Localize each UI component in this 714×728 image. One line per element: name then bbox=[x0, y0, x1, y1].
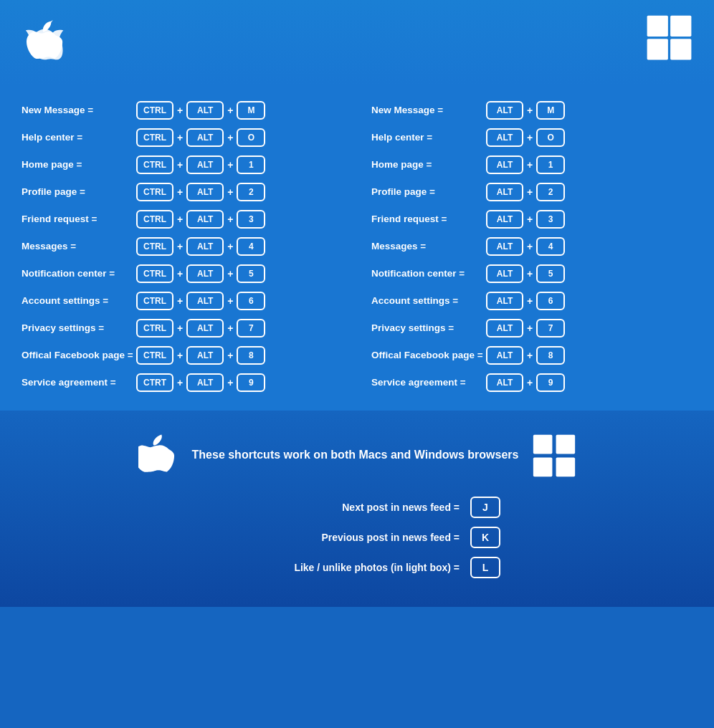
plus-sign: + bbox=[527, 159, 533, 171]
win-shortcut-row: Account settings =ALT+6 bbox=[371, 287, 692, 315]
header-right bbox=[635, 14, 692, 64]
win-shortcut-row: Service agreement =ALT+9 bbox=[371, 369, 692, 396]
shortcut-keys: CTRL+ALT+7 bbox=[136, 319, 265, 337]
plus-sign: + bbox=[177, 159, 183, 171]
plus-sign: + bbox=[527, 295, 533, 307]
plus-sign: + bbox=[527, 186, 533, 198]
key-9: 9 bbox=[237, 373, 265, 392]
plus-sign: + bbox=[527, 132, 533, 143]
shortcut-label: Privacy settings = bbox=[22, 322, 136, 335]
key-5: 5 bbox=[536, 264, 565, 283]
shortcuts-grid: New Message =CTRL+ALT+MHelp center =CTRL… bbox=[22, 97, 692, 396]
bottom-shortcut-label: Previous post in news feed = bbox=[214, 532, 460, 543]
key-ctrl: CTRL bbox=[136, 155, 173, 174]
shortcut-label: Help center = bbox=[22, 131, 136, 144]
plus-sign: + bbox=[527, 268, 533, 279]
plus-sign: + bbox=[227, 295, 233, 307]
mac-shortcut-row: Notification center =CTRL+ALT+5 bbox=[22, 260, 343, 287]
key-alt: ALT bbox=[486, 292, 523, 310]
key-alt: ALT bbox=[486, 128, 523, 147]
shortcut-label: Profile page = bbox=[371, 186, 486, 198]
svg-rect-7 bbox=[556, 457, 576, 476]
shortcut-label: Messages = bbox=[371, 240, 486, 253]
mac-shortcut-row: Privacy settings =CTRL+ALT+7 bbox=[22, 315, 343, 342]
key-m: M bbox=[237, 101, 265, 120]
svg-rect-5 bbox=[556, 434, 576, 454]
key-alt: ALT bbox=[486, 210, 523, 229]
plus-sign: + bbox=[527, 105, 533, 116]
key-6: 6 bbox=[536, 292, 565, 310]
key-alt: ALT bbox=[186, 373, 224, 392]
plus-sign: + bbox=[177, 241, 183, 252]
mac-shortcut-row: Account settings =CTRL+ALT+6 bbox=[22, 287, 343, 315]
key-ctrl: CTRL bbox=[136, 101, 173, 120]
key-alt: ALT bbox=[486, 237, 523, 256]
shortcut-label: Offical Facebook page = bbox=[22, 349, 136, 362]
shortcut-keys: ALT+8 bbox=[486, 346, 565, 365]
svg-rect-6 bbox=[533, 457, 553, 476]
plus-sign: + bbox=[177, 105, 183, 116]
key-alt: ALT bbox=[186, 292, 224, 310]
bottom-shortcut-label: Like / unlike photos (in light box) = bbox=[214, 562, 460, 573]
key-9: 9 bbox=[536, 373, 565, 392]
win-shortcut-row: Help center =ALT+O bbox=[371, 124, 692, 151]
key-6: 6 bbox=[237, 292, 265, 310]
shortcut-keys: ALT+6 bbox=[486, 292, 565, 310]
key-8: 8 bbox=[237, 346, 265, 365]
mac-shortcut-row: Service agreement =CTRT+ALT+9 bbox=[22, 369, 343, 396]
bottom-shortcut-row: Previous post in news feed =K bbox=[214, 527, 500, 548]
windows-logo bbox=[646, 14, 692, 64]
key-ctrl: CTRL bbox=[136, 237, 173, 256]
shortcut-keys: CTRL+ALT+6 bbox=[136, 292, 265, 310]
key-3: 3 bbox=[237, 210, 265, 229]
shortcut-label: Account settings = bbox=[371, 294, 486, 307]
key-alt: ALT bbox=[186, 183, 224, 201]
plus-sign: + bbox=[227, 105, 233, 116]
plus-sign: + bbox=[177, 268, 183, 279]
mac-shortcut-row: Messages =CTRL+ALT+4 bbox=[22, 233, 343, 260]
bottom-shortcuts: Next post in news feed =JPrevious post i… bbox=[22, 497, 692, 578]
shortcut-keys: ALT+7 bbox=[486, 319, 565, 337]
shortcut-label: Service agreement = bbox=[22, 376, 136, 389]
bottom-note: These shortcuts work on both Macs and Wi… bbox=[192, 447, 519, 463]
shortcut-keys: ALT+5 bbox=[486, 264, 565, 283]
key-ctrl: CTRL bbox=[136, 183, 173, 201]
plus-sign: + bbox=[227, 132, 233, 143]
svg-rect-3 bbox=[670, 39, 691, 59]
key-alt: ALT bbox=[186, 264, 224, 283]
plus-sign: + bbox=[227, 268, 233, 279]
key-alt: ALT bbox=[486, 319, 523, 337]
shortcut-keys: CTRL+ALT+4 bbox=[136, 237, 265, 256]
key-4: 4 bbox=[536, 237, 565, 256]
plus-sign: + bbox=[177, 377, 183, 388]
key-m: M bbox=[536, 101, 565, 120]
plus-sign: + bbox=[177, 132, 183, 143]
win-shortcut-row: Profile page =ALT+2 bbox=[371, 178, 692, 206]
key-1: 1 bbox=[237, 155, 265, 174]
shortcut-keys: CTRT+ALT+9 bbox=[136, 373, 265, 392]
main-container: New Message =CTRL+ALT+MHelp center =CTRL… bbox=[0, 0, 714, 607]
shortcut-keys: ALT+9 bbox=[486, 373, 565, 392]
key-alt: ALT bbox=[186, 155, 224, 174]
key-3: 3 bbox=[536, 210, 565, 229]
shortcut-label: New Message = bbox=[22, 104, 136, 117]
shortcut-label: Home page = bbox=[371, 158, 486, 171]
bottom-shortcut-label: Next post in news feed = bbox=[214, 502, 460, 513]
plus-sign: + bbox=[227, 214, 233, 225]
bottom-shortcut-row: Next post in news feed =J bbox=[214, 497, 500, 518]
plus-sign: + bbox=[227, 350, 233, 361]
shortcut-label: Messages = bbox=[22, 240, 136, 253]
shortcut-label: Profile page = bbox=[22, 186, 136, 198]
shortcut-label: Help center = bbox=[371, 131, 486, 144]
shortcut-keys: CTRL+ALT+M bbox=[136, 101, 265, 120]
plus-sign: + bbox=[527, 241, 533, 252]
mac-shortcut-row: Help center =CTRL+ALT+O bbox=[22, 124, 343, 151]
win-shortcut-row: New Message =ALT+M bbox=[371, 97, 692, 124]
key-alt: ALT bbox=[486, 183, 523, 201]
key-alt: ALT bbox=[186, 210, 224, 229]
shortcut-keys: CTRL+ALT+5 bbox=[136, 264, 265, 283]
win-shortcut-row: Messages =ALT+4 bbox=[371, 233, 692, 260]
key-ctrt: CTRT bbox=[136, 373, 173, 392]
win-shortcut-row: Offical Facebook page =ALT+8 bbox=[371, 342, 692, 369]
win-shortcut-row: Notification center =ALT+5 bbox=[371, 260, 692, 287]
